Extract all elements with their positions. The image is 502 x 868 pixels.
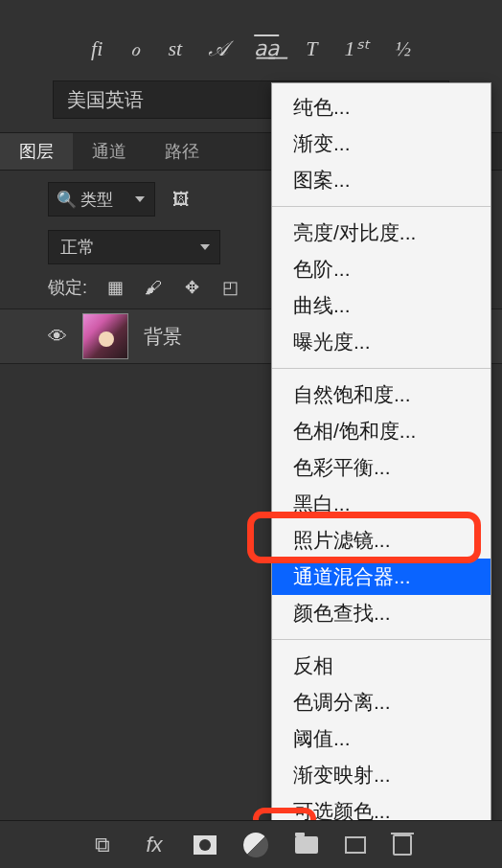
adjustment-layer-menu: 纯色...渐变...图案...亮度/对比度...色阶...曲线...曝光度...… [271, 82, 491, 836]
menu-item-4[interactable]: 亮度/对比度... [272, 215, 491, 251]
menu-item-7[interactable]: 曝光度... [272, 324, 491, 360]
menu-item-11[interactable]: 色彩平衡... [272, 449, 491, 486]
folder-icon[interactable] [295, 836, 318, 854]
adjustment-layer-icon[interactable] [243, 833, 268, 857]
menu-separator [272, 639, 491, 640]
filter-pixel-icon[interactable]: 🖼 [172, 190, 190, 210]
menu-item-5[interactable]: 色阶... [272, 251, 491, 287]
swash-icon[interactable]: ℴ [129, 36, 141, 61]
menu-item-9[interactable]: 自然饱和度... [272, 377, 491, 413]
new-layer-icon[interactable] [345, 836, 366, 854]
layer-type-filter-dropdown[interactable]: 🔍 类型 [48, 182, 155, 217]
ligature-icon[interactable]: fi [91, 36, 103, 61]
menu-item-6[interactable]: 曲线... [272, 287, 491, 324]
filter-type-label: 类型 [80, 189, 113, 211]
typography-options-row-2: fi ℴ st 𝒜 a͟a͟ T 1ˢᵗ ½ [0, 29, 502, 75]
menu-item-18[interactable]: 色调分离... [272, 684, 491, 720]
menu-item-1[interactable]: 渐变... [272, 126, 491, 162]
language-value: 美国英语 [67, 87, 144, 113]
menu-item-2[interactable]: 图案... [272, 162, 491, 198]
menu-item-15[interactable]: 颜色查找... [272, 595, 491, 631]
titling-icon[interactable]: 𝒜 [209, 36, 227, 61]
trash-icon[interactable] [393, 834, 412, 856]
italic-t-icon[interactable]: T [306, 36, 317, 61]
typography-options-row-1 [0, 0, 502, 29]
stylistic-icon[interactable]: st [169, 36, 183, 61]
lock-paint-icon[interactable]: 🖌 [143, 278, 164, 298]
ordinals-icon[interactable]: a͟a͟ [254, 36, 279, 61]
menu-item-12[interactable]: 黑白... [272, 486, 491, 522]
mask-icon[interactable] [194, 835, 217, 855]
lock-label: 锁定: [48, 276, 87, 299]
lock-position-icon[interactable]: ✥ [181, 277, 202, 298]
menu-separator [272, 206, 491, 207]
layers-panel-bottom-bar: ⧉ fx [0, 820, 502, 868]
layer-thumbnail[interactable] [82, 313, 128, 359]
menu-item-13[interactable]: 照片滤镜... [272, 522, 491, 559]
menu-item-14[interactable]: 通道混合器... [272, 559, 491, 595]
tab-paths[interactable]: 路径 [146, 133, 218, 170]
menu-item-19[interactable]: 阈值... [272, 720, 491, 757]
tab-layers[interactable]: 图层 [0, 133, 73, 170]
visibility-toggle-icon[interactable]: 👁 [48, 326, 67, 348]
search-icon: 🔍 [57, 190, 77, 210]
menu-item-20[interactable]: 渐变映射... [272, 757, 491, 793]
link-icon[interactable]: ⧉ [90, 833, 115, 857]
lock-artboard-icon[interactable]: ◰ [219, 277, 240, 298]
lock-transparency-icon[interactable]: ▦ [104, 277, 126, 298]
menu-item-10[interactable]: 色相/饱和度... [272, 413, 491, 449]
menu-item-0[interactable]: 纯色... [272, 89, 491, 126]
fx-icon[interactable]: fx [142, 833, 167, 857]
superscript-icon[interactable]: 1ˢᵗ [344, 36, 368, 61]
blend-mode-dropdown[interactable]: 正常 [48, 230, 220, 264]
fraction-icon[interactable]: ½ [395, 36, 411, 61]
tab-channels[interactable]: 通道 [73, 133, 146, 170]
layer-name-label: 背景 [144, 324, 182, 350]
menu-item-17[interactable]: 反相 [272, 648, 491, 684]
menu-separator [272, 368, 491, 369]
blend-mode-value: 正常 [60, 236, 95, 259]
